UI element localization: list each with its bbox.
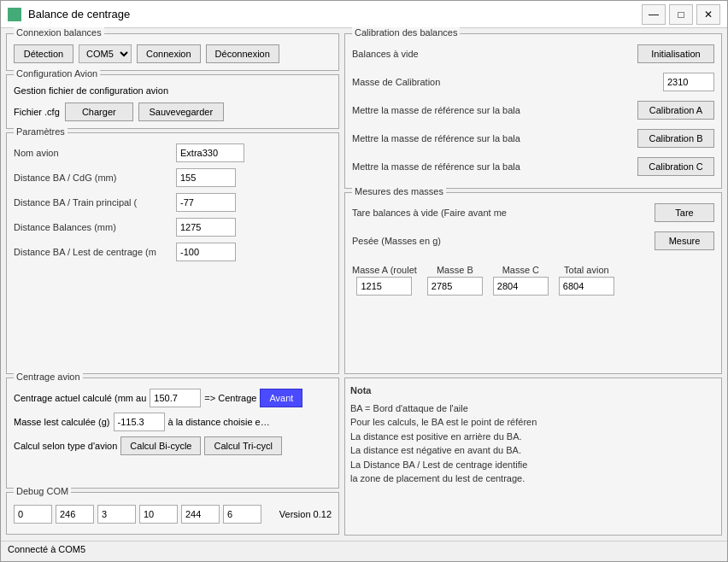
dist-balances-input[interactable] bbox=[176, 218, 236, 237]
masse-c-label: Masse C bbox=[502, 265, 539, 275]
com-select[interactable]: COM5 bbox=[79, 44, 132, 63]
window-title: Balance de centrage bbox=[28, 8, 642, 20]
masse-a-col: Masse A (roulet bbox=[352, 265, 417, 296]
tare-row: Tare balances à vide (Faire avant me Tar… bbox=[352, 203, 714, 222]
version-label: Version 0.12 bbox=[279, 509, 332, 519]
status-bar: Connecté à COM5 bbox=[1, 541, 727, 561]
title-bar: Balance de centrage — □ ✕ bbox=[1, 1, 727, 28]
tare-button[interactable]: Tare bbox=[655, 203, 714, 222]
avant-button[interactable]: Avant bbox=[260, 389, 302, 407]
centrage-right: Nota BA = Bord d'attaque de l'aile Pour … bbox=[344, 378, 722, 536]
masses-grid: Masse A (roulet Masse B Masse C bbox=[352, 265, 714, 296]
params-title: Paramètres bbox=[14, 126, 68, 137]
calibration-group: Calibration des balances Balances à vide… bbox=[344, 33, 722, 189]
nom-avion-label: Nom avion bbox=[14, 148, 176, 158]
masse-c-input[interactable] bbox=[493, 277, 549, 296]
masse-a-label: Masse A (roulet bbox=[352, 265, 417, 275]
initialisation-button[interactable]: Initialisation bbox=[637, 44, 714, 63]
debug-input-4[interactable] bbox=[181, 505, 220, 524]
main-window: Balance de centrage — □ ✕ Connexion bala… bbox=[0, 0, 728, 562]
sauvegarder-button[interactable]: Sauvevegarder bbox=[138, 102, 224, 121]
pesee-row: Pesée (Masses en g) Mesure bbox=[352, 231, 714, 250]
masse-lest-row: Masse lest calculée (g) à la distance ch… bbox=[14, 413, 332, 431]
calib-c-label: Mettre la masse de référence sur la bala bbox=[352, 161, 637, 172]
ba-cdg-row: Distance BA / CdG (mm) bbox=[14, 168, 332, 187]
total-label: Total avion bbox=[564, 265, 609, 275]
masse-a-input[interactable] bbox=[356, 277, 412, 296]
deconnexion-button[interactable]: Déconnexion bbox=[206, 44, 279, 63]
config-title: Configuration Avion bbox=[14, 68, 100, 79]
centrage-group: Centrage avion Centrage actuel calculé (… bbox=[6, 378, 339, 489]
nom-avion-input[interactable] bbox=[176, 143, 244, 162]
dist-balances-row: Distance Balances (mm) bbox=[14, 218, 332, 237]
masse-calib-row: Masse de Calibration bbox=[352, 73, 714, 91]
calibration-title: Calibration des balances bbox=[352, 27, 460, 38]
tare-label: Tare balances à vide (Faire avant me bbox=[352, 208, 655, 218]
charger-button[interactable]: Charger bbox=[65, 102, 133, 121]
detection-button[interactable]: Détection bbox=[14, 44, 73, 63]
calibration-a-button[interactable]: Calibration A bbox=[637, 101, 714, 120]
masse-lest-input[interactable] bbox=[114, 413, 165, 431]
config-group: Configuration Avion Gestion fichier de c… bbox=[6, 74, 339, 129]
window-controls: — □ ✕ bbox=[642, 4, 720, 25]
bicyclette-button[interactable]: Calcul Bi-cycle bbox=[120, 436, 201, 455]
calib-c-row: Mettre la masse de référence sur la bala… bbox=[352, 157, 714, 176]
nom-avion-row: Nom avion bbox=[14, 143, 332, 162]
ba-lest-input[interactable] bbox=[176, 243, 236, 261]
calcul-label: Calcul selon type d'avion bbox=[14, 441, 117, 451]
balances-vide-row: Balances à vide Initialisation bbox=[352, 44, 714, 63]
masse-b-input[interactable] bbox=[427, 277, 483, 296]
masse-calib-input[interactable] bbox=[663, 73, 714, 91]
total-col: Total avion bbox=[559, 265, 614, 296]
nota-line3: La distance est positive en arrière du B… bbox=[350, 430, 716, 444]
nota-line5: La Distance BA / Lest de centrage identi… bbox=[350, 458, 716, 472]
debug-input-2[interactable] bbox=[97, 505, 136, 524]
debug-input-5[interactable] bbox=[223, 505, 261, 524]
pesee-label: Pesée (Masses en g) bbox=[352, 236, 655, 246]
close-button[interactable]: ✕ bbox=[696, 4, 720, 25]
calib-a-row: Mettre la masse de référence sur la bala… bbox=[352, 101, 714, 120]
calib-a-label: Mettre la masse de référence sur la bala bbox=[352, 105, 637, 115]
centrage-left: Centrage avion Centrage actuel calculé (… bbox=[6, 378, 339, 536]
ba-cdg-label: Distance BA / CdG (mm) bbox=[14, 173, 176, 183]
nota-line1: BA = Bord d'attaque de l'aile bbox=[350, 401, 716, 416]
calibration-c-button[interactable]: Calibration C bbox=[637, 157, 714, 176]
status-text: Connecté à COM5 bbox=[8, 544, 85, 554]
ba-cdg-input[interactable] bbox=[176, 168, 236, 187]
mesure-button[interactable]: Mesure bbox=[655, 231, 714, 250]
ba-lest-label: Distance BA / Lest de centrage (m bbox=[14, 247, 176, 257]
nota-box: Nota BA = Bord d'attaque de l'aile Pour … bbox=[344, 378, 722, 536]
ba-train-row: Distance BA / Train principal ( bbox=[14, 193, 332, 212]
calib-b-label: Mettre la masse de référence sur la bala bbox=[352, 133, 637, 143]
debug-input-0[interactable] bbox=[14, 505, 52, 524]
minimize-button[interactable]: — bbox=[642, 4, 666, 25]
calib-b-row: Mettre la masse de référence sur la bala… bbox=[352, 129, 714, 148]
ba-train-input[interactable] bbox=[176, 193, 236, 212]
calibration-b-button[interactable]: Calibration B bbox=[637, 129, 714, 148]
nota-line4: La distance est négative en avant du BA. bbox=[350, 443, 716, 458]
centrage-actuel-input[interactable] bbox=[150, 389, 201, 407]
masse-lest-label: Masse lest calculée (g) bbox=[14, 417, 110, 427]
debug-input-1[interactable] bbox=[56, 505, 94, 524]
fichier-label: Fichier .cfg bbox=[14, 107, 60, 117]
total-input[interactable] bbox=[559, 277, 614, 296]
config-sub-title: Gestion fichier de configuration avion bbox=[14, 85, 332, 96]
tricycle-button[interactable]: Calcul Tri-cycl bbox=[204, 436, 281, 455]
dist-balances-label: Distance Balances (mm) bbox=[14, 222, 176, 232]
debug-title: Debug COM bbox=[14, 486, 71, 496]
distance-choisie-label: à la distance choisie en paramè bbox=[168, 417, 271, 427]
calcul-type-row: Calcul selon type d'avion Calcul Bi-cycl… bbox=[14, 436, 332, 455]
maximize-button[interactable]: □ bbox=[669, 4, 693, 25]
nota-line6: la zone de placement du lest de centrage… bbox=[350, 471, 716, 486]
connexion-button[interactable]: Connexion bbox=[137, 44, 201, 63]
mesures-title: Mesures des masses bbox=[352, 186, 446, 196]
right-panel: Calibration des balances Balances à vide… bbox=[344, 33, 722, 374]
debug-input-3[interactable] bbox=[139, 505, 178, 524]
masse-c-col: Masse C bbox=[493, 265, 549, 296]
app-icon bbox=[8, 8, 21, 21]
connexion-group: Connexion balances Détection COM5 Connex… bbox=[6, 33, 339, 71]
centrage-arrow: => Centrage bbox=[204, 393, 256, 403]
bottom-section: Centrage avion Centrage actuel calculé (… bbox=[6, 378, 722, 536]
masse-b-label: Masse B bbox=[437, 265, 473, 275]
main-content: Connexion balances Détection COM5 Connex… bbox=[1, 28, 727, 541]
